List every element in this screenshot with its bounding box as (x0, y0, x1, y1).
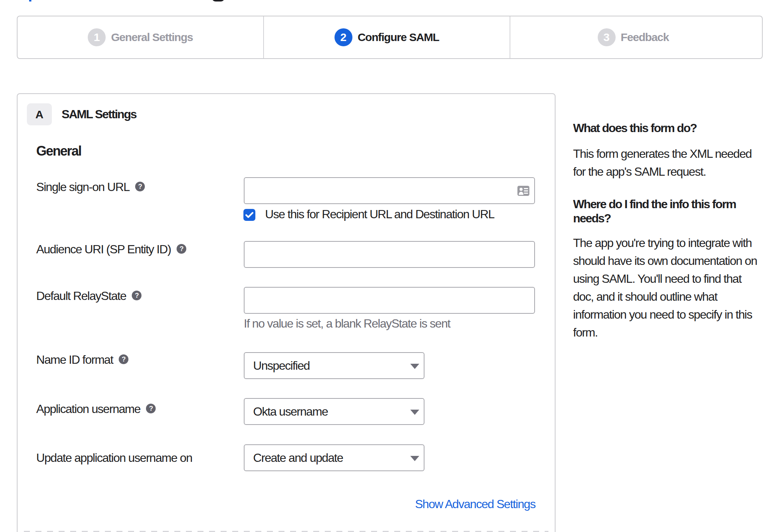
cutoff-title-fragment-black (212, 0, 225, 1)
sso-url-label-row: Single sign-on URL ? (36, 179, 145, 194)
section-title: SAML Settings (62, 107, 136, 122)
step-number-badge: 3 (598, 28, 616, 46)
default-relaystate-input[interactable] (244, 287, 535, 314)
text-line: Where do I find the info this form (573, 197, 760, 211)
field-label: Name ID format (36, 352, 113, 367)
help-icon[interactable]: ? (119, 354, 128, 364)
text-line: doc, and it should outline what (573, 288, 760, 306)
help-icon[interactable]: ? (135, 182, 145, 191)
step-label: General Settings (111, 31, 193, 44)
checkbox-label: Use this for Recipient URL and Destinati… (265, 207, 494, 222)
section-letter-badge: A (27, 103, 52, 125)
select-value: Okta username (253, 405, 328, 419)
field-label: Update application username on (36, 450, 192, 465)
help-sidebar: What does this form do? This form genera… (573, 121, 760, 341)
saml-settings-card: A SAML Settings General Single sign-on U… (17, 93, 556, 532)
wizard-stepper: 1 General Settings 2 Configure SAML 3 Fe… (17, 16, 763, 59)
sso-url-input[interactable] (244, 177, 535, 204)
default-relaystate-label-row: Default RelayState ? (36, 288, 141, 303)
application-username-label-row: Application username ? (36, 401, 156, 416)
sidebar-heading-2: Where do I find the info this formneeds? (573, 197, 760, 225)
step-general-settings[interactable]: 1 General Settings (18, 16, 263, 58)
sidebar-paragraph-1: This form generates the XML neededfor th… (573, 145, 760, 181)
text-line: using SAML. You'll need to find that (573, 270, 760, 288)
text-line: information you need to specify in this (573, 306, 760, 323)
application-username-select[interactable]: Okta username (244, 398, 424, 425)
text-line: needs? (573, 211, 760, 225)
checkmark-icon (245, 212, 253, 218)
chevron-down-icon (410, 364, 419, 369)
relaystate-helper-text: If no value is set, a blank RelayState i… (244, 316, 450, 331)
text-line: form. (573, 323, 760, 341)
field-label: Application username (36, 401, 140, 416)
step-number-badge: 2 (335, 28, 352, 46)
name-id-format-select[interactable]: Unspecified (244, 352, 424, 379)
sidebar-paragraph-2: The app you're trying to integrate withs… (573, 234, 760, 341)
text-line: should have its own documentation on (573, 252, 760, 270)
show-advanced-settings-link[interactable]: Show Advanced Settings (415, 497, 535, 511)
field-label: Single sign-on URL (36, 179, 130, 194)
chevron-down-icon (410, 410, 419, 415)
chevron-down-icon (410, 456, 419, 461)
text-line: This form generates the XML needed (573, 145, 760, 163)
update-username-select[interactable]: Create and update (244, 444, 424, 471)
field-label: Default RelayState (36, 288, 126, 303)
step-number-badge: 1 (88, 28, 106, 46)
help-icon[interactable]: ? (132, 291, 141, 300)
update-username-label-row: Update application username on (36, 450, 192, 465)
step-configure-saml[interactable]: 2 Configure SAML (263, 16, 510, 58)
help-icon[interactable]: ? (146, 404, 156, 413)
step-feedback[interactable]: 3 Feedback (510, 16, 762, 58)
name-id-format-label-row: Name ID format ? (36, 352, 128, 367)
sidebar-heading-1: What does this form do? (573, 121, 760, 135)
audience-uri-input[interactable] (244, 241, 535, 268)
field-label: Audience URI (SP Entity ID) (36, 242, 171, 257)
recipient-url-checkbox[interactable] (243, 209, 255, 221)
select-value: Unspecified (253, 359, 309, 373)
text-line: The app you're trying to integrate with (573, 234, 760, 252)
cutoff-title-fragment-blue (29, 0, 32, 1)
step-label: Feedback (621, 31, 669, 44)
audience-uri-label-row: Audience URI (SP Entity ID) ? (36, 242, 186, 257)
group-title: General (36, 143, 81, 159)
text-line: for the app's SAML request. (573, 163, 760, 181)
help-icon[interactable]: ? (177, 244, 186, 254)
select-value: Create and update (253, 451, 343, 465)
step-label: Configure SAML (358, 31, 439, 44)
